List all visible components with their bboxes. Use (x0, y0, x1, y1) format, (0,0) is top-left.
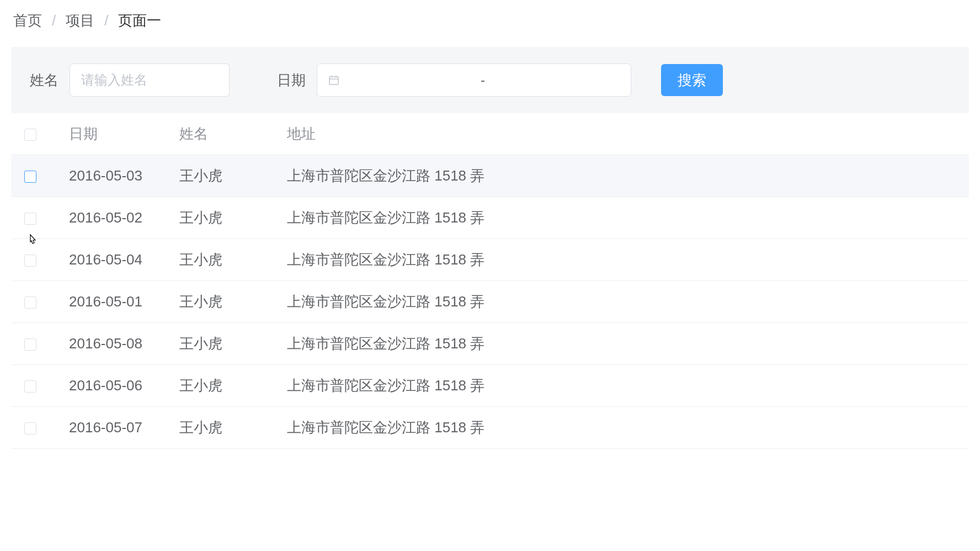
cell-name: 王小虎 (179, 365, 287, 407)
filter-name-group: 姓名 (30, 63, 230, 97)
row-checkbox[interactable] (24, 338, 36, 351)
search-button[interactable]: 搜索 (661, 64, 723, 96)
row-checkbox[interactable] (24, 255, 36, 267)
cell-address: 上海市普陀区金沙江路 1518 弄 (287, 365, 969, 407)
cell-name: 王小虎 (179, 155, 287, 197)
filter-bar: 姓名 日期 - 搜索 (11, 47, 969, 113)
filter-date-group: 日期 - (277, 63, 631, 97)
cell-address: 上海市普陀区金沙江路 1518 弄 (287, 407, 969, 449)
breadcrumb: 首页 / 项目 / 页面一 (11, 11, 969, 30)
cell-date: 2016-05-03 (69, 155, 179, 197)
cell-name: 王小虎 (179, 407, 287, 449)
calendar-icon (328, 75, 339, 86)
table-row[interactable]: 2016-05-07王小虎上海市普陀区金沙江路 1518 弄 (11, 407, 969, 449)
table-row[interactable]: 2016-05-04王小虎上海市普陀区金沙江路 1518 弄 (11, 239, 969, 281)
cell-address: 上海市普陀区金沙江路 1518 弄 (287, 323, 969, 365)
date-range-separator: - (346, 72, 620, 88)
row-checkbox[interactable] (24, 296, 36, 309)
date-range-input[interactable]: - (317, 63, 631, 97)
data-table: 日期 姓名 地址 2016-05-03王小虎上海市普陀区金沙江路 1518 弄2… (11, 113, 969, 449)
column-header-name: 姓名 (179, 113, 287, 155)
breadcrumb-current: 页面一 (118, 11, 161, 30)
cell-date: 2016-05-01 (69, 281, 179, 323)
cell-date: 2016-05-07 (69, 407, 179, 449)
filter-date-label: 日期 (277, 71, 306, 90)
row-checkbox[interactable] (24, 213, 36, 225)
cell-address: 上海市普陀区金沙江路 1518 弄 (287, 155, 969, 197)
cell-address: 上海市普陀区金沙江路 1518 弄 (287, 239, 969, 281)
table-row[interactable]: 2016-05-08王小虎上海市普陀区金沙江路 1518 弄 (11, 323, 969, 365)
cell-address: 上海市普陀区金沙江路 1518 弄 (287, 197, 969, 239)
breadcrumb-separator: / (52, 12, 56, 29)
cell-date: 2016-05-02 (69, 197, 179, 239)
table-row[interactable]: 2016-05-06王小虎上海市普陀区金沙江路 1518 弄 (11, 365, 969, 407)
breadcrumb-separator: / (104, 12, 108, 29)
cell-name: 王小虎 (179, 323, 287, 365)
table-row[interactable]: 2016-05-02王小虎上海市普陀区金沙江路 1518 弄 (11, 197, 969, 239)
cell-name: 王小虎 (179, 239, 287, 281)
row-checkbox[interactable] (24, 171, 36, 183)
table-row[interactable]: 2016-05-03王小虎上海市普陀区金沙江路 1518 弄 (11, 155, 969, 197)
cell-date: 2016-05-08 (69, 323, 179, 365)
table-row[interactable]: 2016-05-01王小虎上海市普陀区金沙江路 1518 弄 (11, 281, 969, 323)
filter-name-label: 姓名 (30, 71, 58, 90)
cell-name: 王小虎 (179, 197, 287, 239)
cell-date: 2016-05-06 (69, 365, 179, 407)
column-header-address: 地址 (287, 113, 969, 155)
breadcrumb-home[interactable]: 首页 (13, 11, 42, 30)
breadcrumb-project[interactable]: 项目 (66, 11, 94, 30)
cell-address: 上海市普陀区金沙江路 1518 弄 (287, 281, 969, 323)
row-checkbox[interactable] (24, 380, 36, 393)
select-all-checkbox[interactable] (24, 129, 36, 141)
cell-name: 王小虎 (179, 281, 287, 323)
column-header-date: 日期 (69, 113, 179, 155)
name-input[interactable] (70, 63, 230, 97)
cell-date: 2016-05-04 (69, 239, 179, 281)
row-checkbox[interactable] (24, 422, 36, 435)
svg-rect-0 (329, 77, 338, 84)
